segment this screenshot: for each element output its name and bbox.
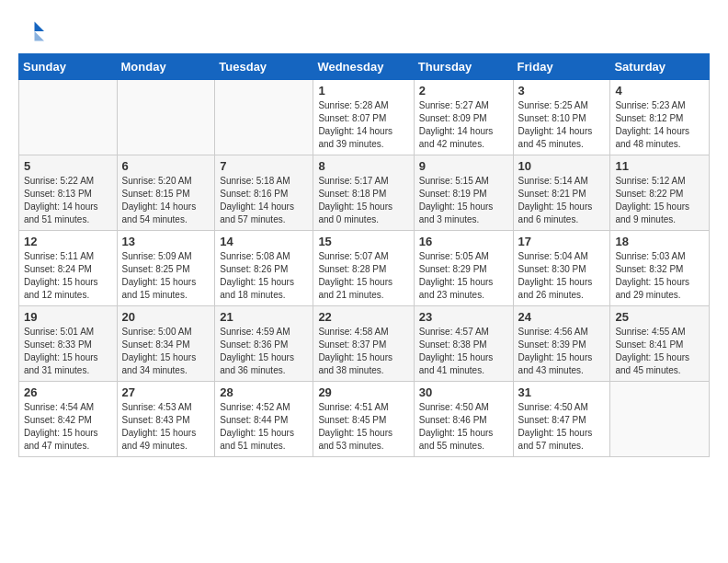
day-number: 30: [419, 385, 508, 399]
calendar-cell: 9Sunrise: 5:15 AM Sunset: 8:19 PM Daylig…: [414, 155, 513, 231]
day-number: 18: [615, 235, 704, 248]
calendar-cell: 25Sunrise: 4:55 AM Sunset: 8:41 PM Dayli…: [610, 306, 710, 382]
day-info: Sunrise: 5:25 AM Sunset: 8:10 PM Dayligh…: [518, 99, 606, 151]
day-info: Sunrise: 4:50 AM Sunset: 8:46 PM Dayligh…: [419, 401, 508, 453]
calendar-cell: 21Sunrise: 4:59 AM Sunset: 8:36 PM Dayli…: [215, 306, 313, 382]
calendar-cell: [117, 80, 215, 155]
calendar-cell: 5Sunrise: 5:22 AM Sunset: 8:13 PM Daylig…: [19, 155, 118, 231]
logo: [18, 18, 48, 44]
calendar-cell: 31Sunrise: 4:50 AM Sunset: 8:47 PM Dayli…: [513, 382, 610, 457]
day-info: Sunrise: 4:53 AM Sunset: 8:43 PM Dayligh…: [122, 401, 210, 453]
calendar-cell: 27Sunrise: 4:53 AM Sunset: 8:43 PM Dayli…: [117, 382, 215, 457]
week-row-0: 1Sunrise: 5:28 AM Sunset: 8:07 PM Daylig…: [19, 80, 710, 155]
day-info: Sunrise: 4:55 AM Sunset: 8:41 PM Dayligh…: [615, 326, 704, 377]
header-monday: Monday: [117, 54, 215, 80]
day-number: 19: [24, 310, 112, 324]
day-number: 22: [318, 310, 408, 324]
header-wednesday: Wednesday: [313, 54, 414, 80]
calendar-cell: 12Sunrise: 5:11 AM Sunset: 8:24 PM Dayli…: [19, 231, 118, 306]
day-info: Sunrise: 5:01 AM Sunset: 8:33 PM Dayligh…: [24, 326, 112, 377]
day-info: Sunrise: 5:17 AM Sunset: 8:18 PM Dayligh…: [318, 175, 408, 226]
day-number: 24: [518, 310, 606, 324]
day-info: Sunrise: 5:28 AM Sunset: 8:07 PM Dayligh…: [318, 99, 408, 151]
day-number: 5: [24, 159, 112, 173]
day-number: 21: [220, 310, 308, 324]
calendar-cell: 11Sunrise: 5:12 AM Sunset: 8:22 PM Dayli…: [610, 155, 710, 231]
day-info: Sunrise: 4:57 AM Sunset: 8:38 PM Dayligh…: [419, 326, 508, 377]
calendar-cell: 17Sunrise: 5:04 AM Sunset: 8:30 PM Dayli…: [513, 231, 610, 306]
calendar-cell: 1Sunrise: 5:28 AM Sunset: 8:07 PM Daylig…: [313, 80, 414, 155]
day-number: 20: [122, 310, 210, 324]
calendar-table: SundayMondayTuesdayWednesdayThursdayFrid…: [18, 53, 710, 457]
calendar-cell: 20Sunrise: 5:00 AM Sunset: 8:34 PM Dayli…: [117, 306, 215, 382]
header-sunday: Sunday: [19, 54, 118, 80]
day-info: Sunrise: 5:05 AM Sunset: 8:29 PM Dayligh…: [419, 250, 508, 302]
day-info: Sunrise: 5:08 AM Sunset: 8:26 PM Dayligh…: [220, 250, 308, 302]
calendar-cell: 26Sunrise: 4:54 AM Sunset: 8:42 PM Dayli…: [19, 382, 118, 457]
calendar-cell: [610, 382, 710, 457]
calendar-cell: 8Sunrise: 5:17 AM Sunset: 8:18 PM Daylig…: [313, 155, 414, 231]
day-info: Sunrise: 5:22 AM Sunset: 8:13 PM Dayligh…: [24, 175, 112, 226]
day-info: Sunrise: 5:18 AM Sunset: 8:16 PM Dayligh…: [220, 175, 308, 226]
calendar-cell: 29Sunrise: 4:51 AM Sunset: 8:45 PM Dayli…: [313, 382, 414, 457]
week-row-2: 12Sunrise: 5:11 AM Sunset: 8:24 PM Dayli…: [19, 231, 710, 306]
calendar-cell: 19Sunrise: 5:01 AM Sunset: 8:33 PM Dayli…: [19, 306, 118, 382]
calendar-cell: 2Sunrise: 5:27 AM Sunset: 8:09 PM Daylig…: [414, 80, 513, 155]
calendar-cell: [19, 80, 118, 155]
day-info: Sunrise: 5:09 AM Sunset: 8:25 PM Dayligh…: [122, 250, 210, 302]
day-number: 10: [518, 159, 606, 173]
day-info: Sunrise: 5:03 AM Sunset: 8:32 PM Dayligh…: [615, 250, 704, 302]
week-row-3: 19Sunrise: 5:01 AM Sunset: 8:33 PM Dayli…: [19, 306, 710, 382]
day-info: Sunrise: 5:27 AM Sunset: 8:09 PM Dayligh…: [419, 99, 508, 151]
day-number: 12: [24, 235, 112, 248]
day-number: 27: [122, 385, 210, 399]
day-info: Sunrise: 4:59 AM Sunset: 8:36 PM Dayligh…: [220, 326, 308, 377]
header-saturday: Saturday: [610, 54, 710, 80]
day-info: Sunrise: 5:15 AM Sunset: 8:19 PM Dayligh…: [419, 175, 508, 226]
day-number: 3: [518, 84, 606, 98]
day-info: Sunrise: 5:12 AM Sunset: 8:22 PM Dayligh…: [615, 175, 704, 226]
day-number: 23: [419, 310, 508, 324]
calendar-cell: 18Sunrise: 5:03 AM Sunset: 8:32 PM Dayli…: [610, 231, 710, 306]
calendar-cell: 13Sunrise: 5:09 AM Sunset: 8:25 PM Dayli…: [117, 231, 215, 306]
day-number: 16: [419, 235, 508, 248]
day-info: Sunrise: 5:04 AM Sunset: 8:30 PM Dayligh…: [518, 250, 606, 302]
day-info: Sunrise: 5:14 AM Sunset: 8:21 PM Dayligh…: [518, 175, 606, 226]
day-number: 8: [318, 159, 408, 173]
day-number: 29: [318, 385, 408, 399]
day-info: Sunrise: 4:52 AM Sunset: 8:44 PM Dayligh…: [220, 401, 308, 453]
day-number: 6: [122, 159, 210, 173]
day-info: Sunrise: 5:23 AM Sunset: 8:12 PM Dayligh…: [615, 99, 704, 151]
calendar-cell: 23Sunrise: 4:57 AM Sunset: 8:38 PM Dayli…: [414, 306, 513, 382]
day-info: Sunrise: 5:11 AM Sunset: 8:24 PM Dayligh…: [24, 250, 112, 302]
day-number: 25: [615, 310, 704, 324]
day-number: 7: [220, 159, 308, 173]
day-number: 1: [318, 84, 408, 98]
day-number: 9: [419, 159, 508, 173]
day-number: 17: [518, 235, 606, 248]
header-tuesday: Tuesday: [215, 54, 313, 80]
calendar-cell: 10Sunrise: 5:14 AM Sunset: 8:21 PM Dayli…: [513, 155, 610, 231]
day-info: Sunrise: 4:56 AM Sunset: 8:39 PM Dayligh…: [518, 326, 606, 377]
week-row-1: 5Sunrise: 5:22 AM Sunset: 8:13 PM Daylig…: [19, 155, 710, 231]
day-number: 13: [122, 235, 210, 248]
svg-marker-0: [35, 22, 45, 32]
day-info: Sunrise: 4:50 AM Sunset: 8:47 PM Dayligh…: [518, 401, 606, 453]
calendar-cell: 15Sunrise: 5:07 AM Sunset: 8:28 PM Dayli…: [313, 231, 414, 306]
day-number: 28: [220, 385, 308, 399]
day-number: 26: [24, 385, 112, 399]
day-info: Sunrise: 4:58 AM Sunset: 8:37 PM Dayligh…: [318, 326, 408, 377]
day-info: Sunrise: 5:07 AM Sunset: 8:28 PM Dayligh…: [318, 250, 408, 302]
header-friday: Friday: [513, 54, 610, 80]
day-number: 11: [615, 159, 704, 173]
svg-marker-1: [35, 31, 45, 41]
calendar-cell: 4Sunrise: 5:23 AM Sunset: 8:12 PM Daylig…: [610, 80, 710, 155]
calendar-cell: 3Sunrise: 5:25 AM Sunset: 8:10 PM Daylig…: [513, 80, 610, 155]
week-row-4: 26Sunrise: 4:54 AM Sunset: 8:42 PM Dayli…: [19, 382, 710, 457]
calendar-cell: 7Sunrise: 5:18 AM Sunset: 8:16 PM Daylig…: [215, 155, 313, 231]
calendar-cell: 6Sunrise: 5:20 AM Sunset: 8:15 PM Daylig…: [117, 155, 215, 231]
day-info: Sunrise: 4:51 AM Sunset: 8:45 PM Dayligh…: [318, 401, 408, 453]
day-number: 2: [419, 84, 508, 98]
page-header: [18, 18, 710, 44]
day-number: 31: [518, 385, 606, 399]
